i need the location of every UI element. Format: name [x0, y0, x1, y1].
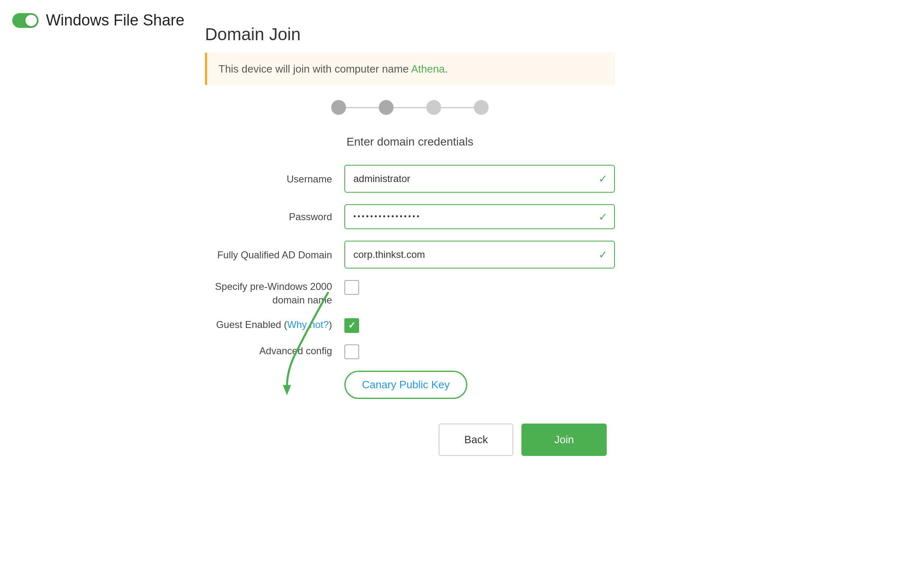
pre-windows-row: Specify pre-Windows 2000domain name — [205, 280, 615, 307]
canary-key-area: Canary Public Key — [205, 371, 615, 399]
windows-file-share-toggle[interactable] — [12, 13, 39, 28]
fqad-check-icon: ✓ — [599, 248, 608, 261]
username-input-wrapper: ✓ — [344, 165, 615, 193]
step-indicator — [205, 100, 615, 115]
canary-public-key-link[interactable]: Canary Public Key — [344, 371, 467, 399]
bottom-buttons: Back Join — [205, 424, 615, 456]
alert-computer-name: Athena — [411, 63, 445, 75]
password-input-wrapper: ✓ — [344, 204, 615, 229]
join-button[interactable]: Join — [521, 424, 607, 456]
step-dot-1 — [331, 100, 346, 115]
guest-enabled-checkbox[interactable] — [344, 318, 359, 333]
alert-text-after: . — [445, 63, 448, 75]
username-label: Username — [205, 173, 344, 185]
guest-enabled-label: Guest Enabled (Why not?) — [205, 318, 344, 331]
advanced-config-checkbox[interactable] — [344, 344, 359, 359]
page-title: Domain Join — [205, 25, 615, 44]
pre-windows-label: Specify pre-Windows 2000domain name — [205, 280, 344, 307]
password-row: Password ✓ — [205, 204, 615, 229]
svg-marker-0 — [283, 385, 291, 395]
guest-enabled-row: Guest Enabled (Why not?) — [205, 318, 615, 333]
page-wrapper: Windows File Share Domain Join This devi… — [0, 0, 924, 565]
alert-box: This device will join with computer name… — [205, 52, 615, 85]
back-button[interactable]: Back — [439, 424, 513, 456]
fqad-label: Fully Qualified AD Domain — [205, 248, 344, 261]
password-input[interactable] — [344, 204, 615, 229]
username-check-icon: ✓ — [599, 173, 608, 185]
password-check-icon: ✓ — [599, 210, 608, 223]
step-dot-2 — [379, 100, 394, 115]
step-dot-4 — [474, 100, 489, 115]
top-left-header: Windows File Share — [12, 11, 184, 29]
why-not-link[interactable]: Why not? — [287, 319, 329, 330]
app-title: Windows File Share — [46, 11, 184, 29]
advanced-config-row: Advanced config — [205, 344, 615, 359]
fqad-input-wrapper: ✓ — [344, 241, 615, 269]
main-content: Domain Join This device will join with c… — [205, 25, 615, 456]
fqad-input[interactable] — [344, 241, 615, 269]
form-section-title: Enter domain credentials — [205, 135, 615, 148]
alert-text-before: This device will join with computer name — [218, 63, 411, 75]
advanced-config-label: Advanced config — [205, 344, 344, 358]
password-label: Password — [205, 210, 344, 223]
form-section: Enter domain credentials Username ✓ Pass… — [205, 135, 615, 399]
username-input[interactable] — [344, 165, 615, 193]
step-line-3 — [441, 107, 474, 108]
username-row: Username ✓ — [205, 165, 615, 193]
step-line-2 — [394, 107, 426, 108]
fqad-row: Fully Qualified AD Domain ✓ — [205, 241, 615, 269]
pre-windows-checkbox[interactable] — [344, 280, 359, 295]
step-dot-3 — [426, 100, 441, 115]
step-line-1 — [346, 107, 379, 108]
